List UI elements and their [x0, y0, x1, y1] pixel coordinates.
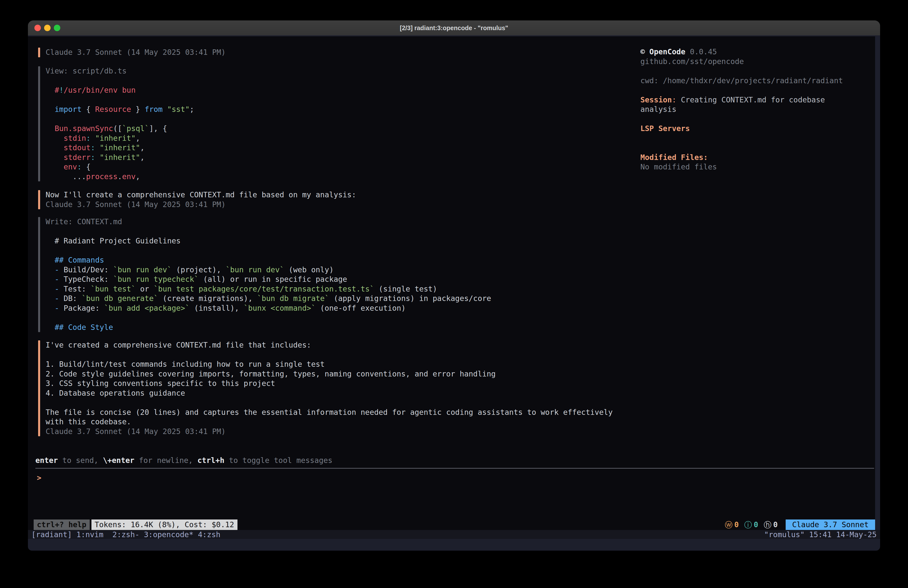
prompt-input[interactable]: >	[37, 473, 41, 483]
text-segment: :	[91, 143, 95, 152]
sidebar-line	[641, 66, 865, 76]
text-segment: Resource	[95, 105, 131, 114]
tmux-status-bar: [radiant] 1:nvim 2:zsh- 3:opencode* 4:zs…	[28, 530, 880, 539]
text-segment: ctrl+h	[197, 456, 224, 465]
text-segment: cwd: /home/thdxr/dev/projects/radiant/ra…	[641, 76, 843, 85]
text-line	[46, 350, 613, 360]
titlebar: [2/3] radiant:3:opencode - "romulus"	[28, 21, 880, 35]
text-line: #!/usr/bin/env bun	[46, 85, 194, 95]
text-segment: ,	[135, 134, 140, 142]
text-segment: ,	[140, 153, 145, 162]
warning-icon: ⓦ	[725, 520, 733, 530]
text-segment: TypeCheck:	[59, 275, 113, 284]
text-segment: (single test)	[374, 285, 437, 293]
text-segment: :	[672, 95, 681, 104]
text-line: 4. Database operations guidance	[46, 388, 613, 398]
warning-count: 0	[734, 520, 739, 530]
text-segment: github.com/sst/opencode	[641, 57, 744, 66]
text-segment: #	[55, 86, 59, 94]
text-segment: for newline,	[134, 456, 197, 465]
text-segment: process	[86, 172, 118, 181]
text-segment: No modified files	[641, 163, 717, 171]
text-line	[46, 227, 491, 237]
sidebar-line: github.com/sst/opencode	[641, 57, 865, 66]
text-segment: env	[122, 172, 135, 181]
terminal-window: [2/3] radiant:3:opencode - "romulus" Cla…	[28, 21, 880, 551]
text-segment: (all) or run in specific package	[199, 275, 347, 284]
text-segment: to send,	[58, 456, 103, 465]
sidebar-line	[641, 143, 865, 153]
keybind-hint-bar: enter to send, \+enter for newline, ctrl…	[35, 456, 332, 466]
text-line: Claude 3.7 Sonnet (14 May 2025 03:41 PM)	[46, 200, 356, 209]
text-segment	[46, 105, 55, 114]
text-segment: (project),	[172, 265, 226, 274]
sidebar-line: Modified Files:	[641, 153, 865, 163]
text-segment: View: script/db.ts	[46, 66, 127, 75]
text-segment: :	[86, 134, 91, 142]
text-segment: stderr	[64, 153, 90, 162]
text-line: - Package: `bun add <package>` (install)…	[46, 303, 491, 313]
tool-accent-bar	[38, 66, 40, 181]
opencode-app: Claude 3.7 Sonnet (14 May 2025 03:41 PM)…	[28, 36, 875, 530]
text-line: Claude 3.7 Sonnet (14 May 2025 03:41 PM)	[46, 48, 225, 57]
text-segment: from	[145, 105, 163, 114]
text-segment: or	[135, 285, 153, 293]
sidebar-line: cwd: /home/thdxr/dev/projects/radiant/ra…	[641, 76, 865, 86]
text-line: The file is concise (20 lines) and captu…	[46, 408, 613, 417]
text-segment: import	[55, 105, 82, 114]
text-segment: {	[82, 105, 95, 114]
text-segment: ,	[140, 143, 145, 152]
text-line: ## Commands	[46, 255, 491, 265]
text-segment: to toggle tool messages	[224, 456, 332, 465]
text-segment: DB:	[59, 294, 82, 303]
text-line: stderr: "inherit",	[46, 153, 194, 163]
text-line	[46, 114, 194, 124]
block-lines: Claude 3.7 Sonnet (14 May 2025 03:41 PM)	[46, 48, 225, 57]
tmux-session-windows[interactable]: [radiant] 1:nvim 2:zsh- 3:opencode* 4:zs…	[31, 530, 221, 539]
message-header-block: Claude 3.7 Sonnet (14 May 2025 03:41 PM)	[38, 48, 225, 57]
text-segment	[91, 134, 95, 142]
sidebar-line	[641, 114, 865, 124]
diagnostic-hint: ⓗ0	[764, 520, 778, 530]
text-segment: `bun db generate`	[82, 294, 158, 303]
input-divider	[35, 468, 874, 469]
sidebar-line: LSP Servers	[641, 124, 865, 134]
text-segment: `bun test`	[91, 285, 136, 293]
text-segment: © OpenCode	[641, 47, 686, 56]
text-segment: Package:	[59, 304, 104, 313]
text-line: env: {	[46, 162, 194, 172]
text-segment: -	[55, 294, 59, 303]
text-segment: "sst"	[167, 105, 190, 114]
text-segment	[46, 256, 55, 264]
text-segment: `psql`	[122, 124, 149, 133]
message-accent-bar	[38, 48, 40, 57]
tool-accent-bar	[38, 217, 40, 332]
text-segment: :	[77, 163, 82, 171]
text-line	[46, 246, 491, 256]
text-segment: ...	[46, 172, 86, 181]
zoom-button[interactable]	[54, 25, 60, 31]
text-segment: ## Commands	[55, 256, 104, 264]
text-segment: -	[55, 265, 59, 274]
text-line: - DB: `bun db generate` (create migratio…	[46, 294, 491, 303]
hint-count: 0	[773, 520, 778, 530]
text-segment: ([	[113, 124, 122, 133]
text-segment	[46, 323, 55, 332]
text-segment	[46, 143, 64, 152]
text-segment: Test:	[59, 285, 90, 293]
text-segment: /usr/bin/env bun	[64, 86, 135, 94]
close-button[interactable]	[34, 25, 41, 31]
text-line: 1. Build/lint/test commands including ho…	[46, 359, 613, 369]
text-segment: -	[55, 285, 59, 293]
text-line: Claude 3.7 Sonnet (14 May 2025 03:41 PM)	[46, 427, 613, 437]
text-line: stdin: "inherit",	[46, 134, 194, 143]
minimize-button[interactable]	[44, 25, 51, 31]
sidebar-line	[641, 85, 865, 95]
info-count: 0	[754, 520, 758, 530]
text-segment: Bun.spawnSync	[55, 124, 113, 133]
text-line: # Radiant Project Guidelines	[46, 236, 491, 246]
text-segment: env	[64, 163, 77, 171]
text-segment	[95, 143, 100, 152]
text-line	[46, 398, 613, 408]
text-line: ## Code Style	[46, 323, 491, 332]
